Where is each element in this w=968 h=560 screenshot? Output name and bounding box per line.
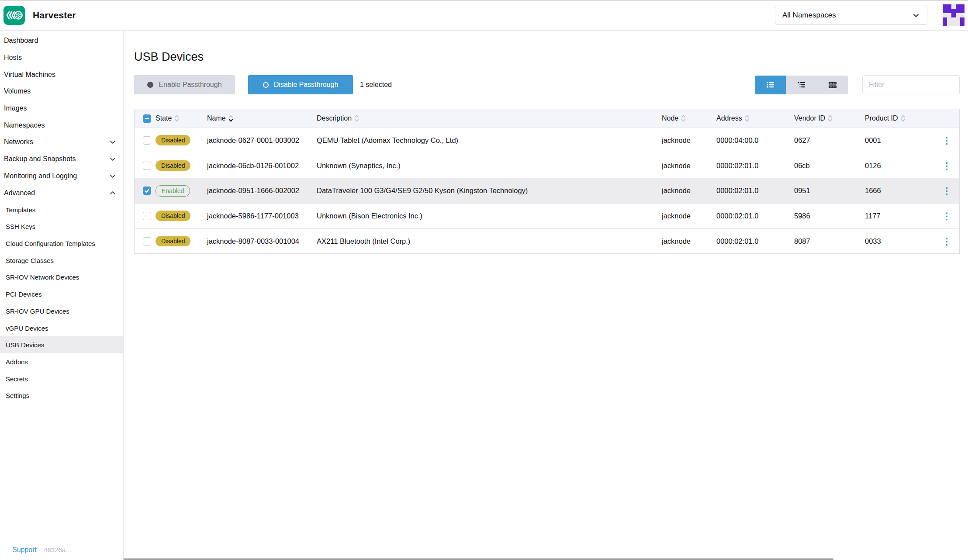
filled-circle-icon — [147, 82, 153, 88]
sort-icon — [174, 114, 180, 123]
sidebar-item-storage-classes[interactable]: Storage Classes — [0, 252, 123, 269]
sidebar-item-virtual-machines[interactable]: Virtual Machines — [0, 66, 123, 83]
sidebar-item-label: Monitoring and Logging — [4, 172, 77, 180]
sidebar-item-sr-iov-gpu-devices[interactable]: SR-IOV GPU Devices — [0, 303, 123, 320]
namespace-select[interactable]: All Namespaces — [775, 6, 927, 25]
view-grouped-list-button[interactable] — [786, 76, 817, 94]
column-header-product-id[interactable]: Product ID — [865, 114, 934, 123]
cell-description: DataTraveler 100 G3/G4/SE9 G2/50 Kyson (… — [317, 187, 662, 195]
table-row: Disabledjacknode-06cb-0126-001002Unknown… — [135, 153, 959, 178]
row-actions-menu-button[interactable]: ⋮ — [942, 186, 951, 195]
cell-name: jacknode-0951-1666-002002 — [207, 187, 317, 195]
view-table-button[interactable] — [817, 76, 848, 94]
disable-passthrough-button[interactable]: Disable Passthrough — [248, 75, 353, 94]
cell-product-id: 1666 — [865, 187, 934, 195]
cell-description: AX211 Bluetooth (Intel Corp.) — [317, 237, 662, 245]
sidebar-item-networks[interactable]: Networks — [0, 134, 123, 151]
row-checkbox-cell — [135, 187, 151, 195]
horizontal-scrollbar[interactable] — [124, 558, 833, 560]
sidebar-item-dashboard[interactable]: Dashboard — [0, 32, 123, 49]
column-header-address[interactable]: Address — [716, 114, 794, 123]
sidebar-item-label: Secrets — [6, 375, 28, 383]
filter-input[interactable] — [862, 75, 960, 94]
sidebar-item-sr-iov-network-devices[interactable]: SR-IOV Network Devices — [0, 269, 123, 286]
sidebar-item-volumes[interactable]: Volumes — [0, 83, 123, 100]
column-header-node[interactable]: Node — [662, 114, 716, 123]
cell-product-id: 1177 — [865, 212, 934, 220]
cell-state: Disabled — [151, 211, 207, 221]
sidebar-item-vgpu-devices[interactable]: vGPU Devices — [0, 320, 123, 337]
sidebar-item-namespaces[interactable]: Namespaces — [0, 117, 123, 134]
cell-node: jacknode — [662, 136, 716, 145]
column-header-vendor-id[interactable]: Vendor ID — [794, 114, 865, 123]
sidebar-item-monitoring-and-logging[interactable]: Monitoring and Logging — [0, 168, 123, 185]
sidebar-item-label: Cloud Configuration Templates — [6, 240, 95, 247]
column-header-label: Product ID — [865, 114, 898, 122]
sidebar-item-templates[interactable]: Templates — [0, 201, 123, 218]
column-header-label: Description — [317, 114, 352, 122]
user-avatar-identicon[interactable] — [943, 4, 965, 26]
actions-row: Enable Passthrough Disable Passthrough 1… — [134, 75, 960, 94]
window-top-edge — [0, 0, 968, 1]
chevron-up-icon — [109, 190, 116, 197]
row-actions-cell: ⋮ — [934, 237, 959, 246]
row-checkbox[interactable] — [143, 212, 151, 220]
sidebar-item-images[interactable]: Images — [0, 100, 123, 117]
cell-state: Disabled — [151, 160, 207, 171]
select-all-checkbox[interactable] — [143, 114, 151, 123]
row-checkbox[interactable] — [143, 136, 151, 145]
row-checkbox[interactable] — [143, 237, 151, 245]
row-actions-cell: ⋮ — [934, 161, 959, 170]
cell-product-id: 0126 — [865, 162, 934, 170]
support-link[interactable]: Support — [12, 546, 37, 554]
sidebar-item-settings[interactable]: Settings — [0, 387, 123, 404]
row-actions-menu-button[interactable]: ⋮ — [942, 161, 951, 170]
enable-passthrough-button[interactable]: Enable Passthrough — [134, 75, 235, 94]
sidebar-item-addons[interactable]: Addons — [0, 353, 123, 370]
row-checkbox[interactable] — [143, 162, 151, 170]
row-actions-menu-button[interactable]: ⋮ — [942, 136, 951, 145]
view-list-button[interactable] — [755, 76, 786, 94]
cell-address: 0000:02:01.0 — [716, 212, 794, 220]
sidebar-item-advanced[interactable]: Advanced — [0, 184, 123, 201]
column-header-name[interactable]: Name — [207, 114, 317, 123]
sidebar-item-label: vGPU Devices — [6, 325, 48, 332]
sidebar-item-secrets[interactable]: Secrets — [0, 370, 123, 387]
sort-icon — [681, 114, 686, 123]
namespace-select-value: All Namespaces — [782, 11, 836, 20]
row-actions-menu-button[interactable]: ⋮ — [942, 237, 951, 246]
ring-circle-icon — [263, 82, 269, 88]
grouped-list-icon — [796, 79, 807, 90]
table-row: Disabledjacknode-5986-1177-001003Unknown… — [135, 203, 959, 228]
row-checkbox[interactable] — [143, 187, 151, 195]
sidebar-item-label: SR-IOV GPU Devices — [6, 308, 69, 315]
column-header-description[interactable]: Description — [317, 114, 662, 123]
state-badge: Disabled — [156, 236, 190, 246]
cell-name: jacknode-06cb-0126-001002 — [207, 162, 317, 170]
view-mode-toggle — [755, 76, 848, 94]
cell-description: QEMU Tablet (Adomax Technology Co., Ltd) — [317, 136, 662, 145]
table-header-row: StateNameDescriptionNodeAddressVendor ID… — [135, 109, 959, 128]
sidebar-item-label: Templates — [6, 206, 35, 214]
sidebar-item-pci-devices[interactable]: PCI Devices — [0, 286, 123, 303]
sidebar-item-label: Volumes — [4, 87, 31, 95]
sidebar-item-label: PCI Devices — [6, 290, 42, 298]
enable-passthrough-label: Enable Passthrough — [159, 81, 221, 89]
sidebar-item-hosts[interactable]: Hosts — [0, 49, 123, 66]
brand[interactable]: Harvester — [0, 6, 76, 25]
sidebar-item-cloud-configuration-templates[interactable]: Cloud Configuration Templates — [0, 235, 123, 252]
table-row: Disabledjacknode-0627-0001-003002QEMU Ta… — [135, 128, 959, 153]
cell-address: 0000:04:00.0 — [716, 136, 794, 145]
sidebar-item-usb-devices[interactable]: USB Devices — [0, 336, 123, 353]
cell-address: 0000:02:01.0 — [716, 237, 794, 245]
sidebar-item-label: Hosts — [4, 54, 22, 62]
cell-product-id: 0001 — [865, 136, 934, 145]
sidebar-item-backup-and-snapshots[interactable]: Backup and Snapshots — [0, 151, 123, 168]
cell-name: jacknode-0627-0001-003002 — [207, 136, 317, 145]
row-actions-menu-button[interactable]: ⋮ — [942, 211, 951, 221]
row-actions-cell: ⋮ — [934, 186, 959, 195]
sidebar-item-ssh-keys[interactable]: SSH Keys — [0, 218, 123, 235]
column-header-state[interactable]: State — [151, 114, 207, 123]
state-badge: Disabled — [156, 135, 190, 145]
cell-node: jacknode — [662, 187, 716, 195]
